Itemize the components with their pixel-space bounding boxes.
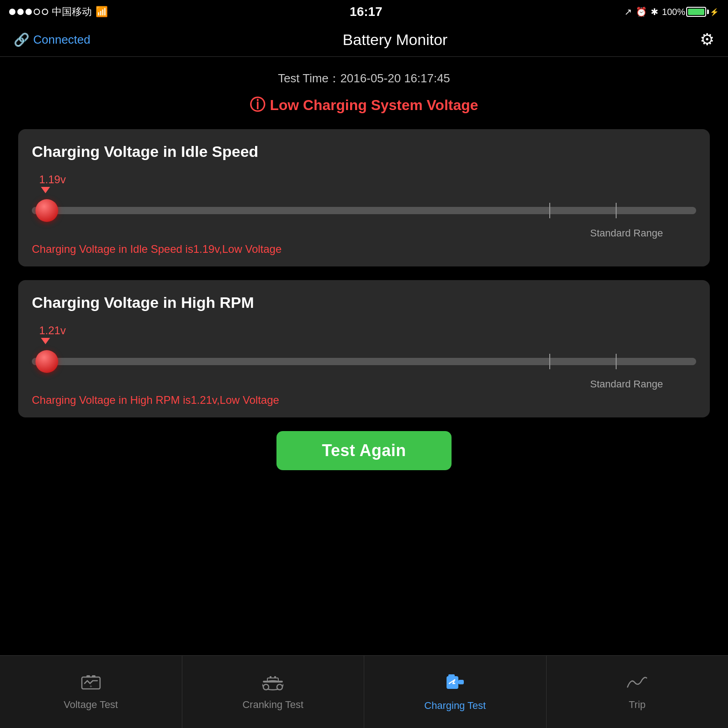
- status-right: ↗ ⏰ ✱ 100% ⚡: [624, 6, 719, 17]
- svg-point-11: [263, 684, 269, 690]
- connected-link[interactable]: 🔗 Connected: [14, 32, 90, 47]
- high-rpm-gauge-ball: [35, 350, 58, 373]
- high-rpm-error-message: Charging Voltage in High RPM is1.21v,Low…: [32, 394, 696, 407]
- dot-5: [42, 9, 48, 15]
- svg-rect-1: [86, 675, 90, 678]
- charging-test-icon: [445, 673, 466, 696]
- high-rpm-voltage-value: 1.21v: [39, 324, 66, 337]
- svg-rect-18: [451, 674, 455, 677]
- trip-icon: [626, 673, 648, 695]
- high-rpm-tick-right: [616, 346, 617, 377]
- high-rpm-tick-left: [549, 346, 550, 377]
- idle-voltage-value: 1.19v: [39, 173, 66, 186]
- tab-voltage-test[interactable]: + Voltage Test: [0, 656, 182, 728]
- idle-gauge-track: Standard Range: [32, 195, 696, 226]
- high-rpm-card: Charging Voltage in High RPM 1.21v Stand…: [18, 280, 710, 417]
- battery-body: [686, 7, 706, 17]
- high-rpm-tick-mark-right: [616, 354, 617, 369]
- idle-error-message: Charging Voltage in Idle Speed is1.19v,L…: [32, 243, 696, 256]
- high-rpm-track-bar: [32, 358, 696, 365]
- tab-bar: + Voltage Test Cranking Test: [0, 655, 728, 728]
- battery-indicator: 100% ⚡: [662, 7, 719, 17]
- bluetooth-icon: ✱: [651, 6, 658, 17]
- warning-banner: ⓘ Low Charging System Voltage: [18, 95, 710, 115]
- tab-trip[interactable]: Trip: [547, 656, 728, 728]
- tab-cranking-test[interactable]: Cranking Test: [182, 656, 365, 728]
- high-rpm-voltage-arrow: [41, 338, 50, 344]
- high-rpm-gauge-track: Standard Range: [32, 346, 696, 377]
- high-rpm-standard-range-label: Standard Range: [590, 378, 663, 390]
- idle-tick-right: [616, 195, 617, 226]
- battery-fill: [688, 9, 704, 15]
- test-time-label: Test Time：: [278, 71, 340, 85]
- svg-text:+: +: [90, 684, 92, 689]
- battery-tip: [707, 10, 709, 14]
- idle-standard-range-label: Standard Range: [590, 227, 663, 239]
- svg-rect-14: [270, 676, 271, 678]
- idle-tick-left: [549, 195, 550, 226]
- main-content: Test Time：2016-05-20 16:17:45 ⓘ Low Char…: [0, 57, 728, 507]
- location-icon: ↗: [624, 6, 632, 17]
- dot-1: [9, 9, 15, 15]
- idle-tick-mark-left: [549, 203, 550, 218]
- status-left: 中国移动 📶: [9, 5, 108, 19]
- high-rpm-title: Charging Voltage in High RPM: [32, 294, 696, 311]
- cranking-test-icon: [261, 673, 285, 695]
- warning-icon: ⓘ: [250, 95, 265, 115]
- test-time-value: 2016-05-20 16:17:45: [340, 71, 450, 85]
- battery-percent: 100%: [662, 7, 685, 17]
- wifi-icon: 📶: [95, 6, 108, 18]
- tab-trip-label: Trip: [629, 699, 646, 711]
- svg-rect-2: [92, 675, 95, 678]
- svg-rect-15: [274, 676, 276, 678]
- carrier-name: 中国移动: [52, 5, 92, 19]
- charging-bolt-icon: ⚡: [710, 8, 719, 16]
- dot-4: [34, 9, 40, 15]
- voltage-test-icon: +: [81, 673, 101, 695]
- idle-tick-mark-right: [616, 203, 617, 218]
- test-again-button[interactable]: Test Again: [276, 431, 452, 470]
- svg-point-12: [277, 684, 282, 690]
- test-time: Test Time：2016-05-20 16:17:45: [18, 70, 710, 86]
- tab-voltage-test-label: Voltage Test: [64, 699, 118, 711]
- svg-line-4: [87, 681, 90, 683]
- svg-line-5: [90, 681, 93, 683]
- tab-charging-test-label: Charging Test: [424, 700, 486, 712]
- svg-rect-19: [458, 680, 464, 684]
- dot-2: [17, 9, 24, 15]
- high-rpm-tick-mark-left: [549, 354, 550, 369]
- warning-message: Low Charging System Voltage: [270, 97, 478, 114]
- status-bar: 中国移动 📶 16:17 ↗ ⏰ ✱ 100% ⚡: [0, 0, 728, 23]
- idle-voltage-arrow: [41, 187, 50, 193]
- idle-track-bar: [32, 207, 696, 214]
- test-again-container: Test Again: [18, 431, 710, 470]
- tab-cranking-test-label: Cranking Test: [242, 699, 303, 711]
- idle-speed-title: Charging Voltage in Idle Speed: [32, 143, 696, 161]
- svg-line-3: [85, 681, 87, 683]
- tab-charging-test[interactable]: Charging Test: [364, 656, 547, 728]
- dot-3: [25, 9, 32, 15]
- svg-rect-16: [447, 676, 458, 689]
- idle-speed-card: Charging Voltage in Idle Speed 1.19v S: [18, 129, 710, 266]
- settings-icon[interactable]: ⚙: [700, 30, 714, 49]
- alarm-icon: ⏰: [636, 6, 647, 17]
- page-title: Battery Monitor: [343, 31, 448, 49]
- signal-dots: [9, 9, 48, 15]
- idle-gauge-ball: [35, 199, 58, 222]
- nav-bar: 🔗 Connected Battery Monitor ⚙: [0, 23, 728, 57]
- link-icon: 🔗: [14, 32, 30, 47]
- connected-label: Connected: [33, 33, 90, 47]
- status-time: 16:17: [350, 5, 382, 19]
